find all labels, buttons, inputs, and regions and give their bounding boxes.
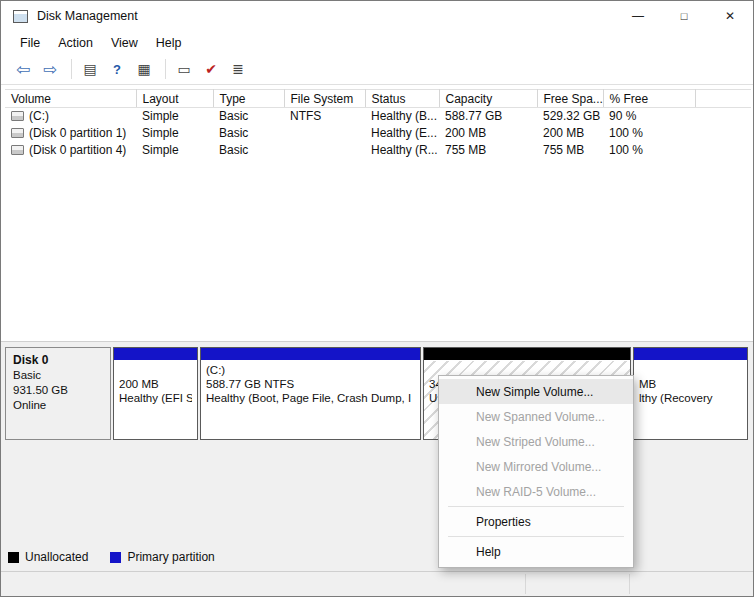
action-pane-icon[interactable]: ▭ [172, 59, 196, 79]
legend-primary-label: Primary partition [127, 550, 214, 564]
column-status[interactable]: Status [365, 90, 439, 108]
column-percent-free[interactable]: % Free [603, 90, 695, 108]
menu-item-properties[interactable]: Properties [439, 509, 633, 534]
partition-c[interactable]: (C:) 588.77 GB NTFS Healthy (Boot, Page … [200, 347, 421, 440]
partition-color-bar [634, 348, 747, 361]
volume-icon [11, 145, 24, 155]
partition-color-bar [424, 348, 630, 361]
menu-separator [448, 506, 624, 507]
volume-list-pane: Volume Layout Type File System Status Ca… [1, 85, 753, 341]
menu-item-new-striped-volume: New Striped Volume... [439, 429, 633, 454]
column-layout[interactable]: Layout [136, 90, 213, 108]
graphical-view: Disk 0 Basic 931.50 GB Online 200 MB Hea… [1, 341, 753, 571]
partition-status: lthy (Recovery [639, 391, 742, 405]
close-button[interactable]: ✕ [707, 1, 753, 31]
volume-name: (Disk 0 partition 1) [29, 126, 126, 140]
unallocated-swatch [8, 552, 19, 563]
titlebar: Disk Management — □ ✕ [1, 1, 753, 31]
disk-type: Basic [13, 368, 103, 383]
column-volume[interactable]: Volume [5, 90, 136, 108]
menu-help[interactable]: Help [147, 33, 191, 53]
partition-recovery[interactable]: MB lthy (Recovery [633, 347, 748, 440]
partition-strip: 200 MB Healthy (EFI S (C:) 588.77 GB NTF… [113, 347, 748, 440]
volume-icon [11, 111, 24, 121]
disk-management-window: Disk Management — □ ✕ File Action View H… [0, 0, 754, 597]
column-capacity[interactable]: Capacity [439, 90, 537, 108]
table-row[interactable]: (C:) Simple Basic NTFS Healthy (B... 588… [5, 108, 751, 125]
partition-color-bar [114, 348, 197, 361]
volume-name: (C:) [29, 109, 49, 123]
column-free-space[interactable]: Free Spa... [537, 90, 603, 108]
partition-efi[interactable]: 200 MB Healthy (EFI S [113, 347, 198, 440]
table-row[interactable]: (Disk 0 partition 1) Simple Basic Health… [5, 125, 751, 142]
context-menu: New Simple Volume... New Spanned Volume.… [438, 375, 634, 568]
menu-view[interactable]: View [102, 33, 147, 53]
table-header-row: Volume Layout Type File System Status Ca… [5, 90, 751, 108]
menu-item-new-mirrored-volume: New Mirrored Volume... [439, 454, 633, 479]
app-icon [13, 10, 28, 23]
legend: Unallocated Primary partition [8, 550, 215, 564]
console-tree-icon[interactable]: ▤ [78, 59, 102, 79]
partition-size: 588.77 GB NTFS [206, 377, 415, 391]
column-type[interactable]: Type [213, 90, 284, 108]
menubar: File Action View Help [1, 31, 753, 54]
status-cell [525, 574, 526, 594]
disk-0-label[interactable]: Disk 0 Basic 931.50 GB Online [5, 347, 111, 440]
menu-item-help[interactable]: Help [439, 539, 633, 564]
legend-unallocated-label: Unallocated [25, 550, 88, 564]
menu-item-new-spanned-volume: New Spanned Volume... [439, 404, 633, 429]
disk-size: 931.50 GB [13, 383, 103, 398]
help-icon[interactable]: ? [105, 59, 129, 79]
toolbar: ⇦ ⇨ ▤ ? ▦ ▭ ✔ ≣ [1, 54, 753, 85]
partition-status: Healthy (EFI S [119, 391, 192, 405]
forward-icon[interactable]: ⇨ [38, 59, 62, 79]
maximize-button[interactable]: □ [661, 1, 707, 31]
status-bar [1, 571, 753, 596]
partition-size: 200 MB [119, 377, 192, 391]
window-title: Disk Management [37, 9, 138, 23]
column-file-system[interactable]: File System [284, 90, 365, 108]
check-icon[interactable]: ✔ [199, 59, 223, 79]
volume-icon [11, 128, 24, 138]
menu-action[interactable]: Action [49, 33, 102, 53]
table-row[interactable]: (Disk 0 partition 4) Simple Basic Health… [5, 142, 751, 159]
menu-item-new-raid5-volume: New RAID-5 Volume... [439, 479, 633, 504]
menu-item-new-simple-volume[interactable]: New Simple Volume... [439, 379, 633, 404]
export-list-icon[interactable]: ≣ [226, 59, 250, 79]
primary-partition-swatch [110, 552, 121, 563]
toolbar-separator [165, 59, 166, 79]
volume-table: Volume Layout Type File System Status Ca… [5, 89, 751, 159]
column-filler [695, 90, 751, 108]
partition-letter: (C:) [206, 363, 415, 377]
minimize-button[interactable]: — [615, 1, 661, 31]
disk-name: Disk 0 [13, 353, 103, 368]
properties-icon[interactable]: ▦ [132, 59, 156, 79]
menu-separator [448, 536, 624, 537]
partition-status: Healthy (Boot, Page File, Crash Dump, I [206, 391, 415, 405]
toolbar-separator [71, 59, 72, 79]
window-controls: — □ ✕ [615, 1, 753, 31]
partition-size: MB [639, 377, 742, 391]
back-icon[interactable]: ⇦ [11, 59, 35, 79]
disk-0-row: Disk 0 Basic 931.50 GB Online 200 MB Hea… [5, 347, 748, 440]
partition-color-bar [201, 348, 420, 361]
volume-name: (Disk 0 partition 4) [29, 143, 126, 157]
status-cell [629, 574, 630, 594]
disk-status: Online [13, 398, 103, 413]
menu-file[interactable]: File [11, 33, 49, 53]
